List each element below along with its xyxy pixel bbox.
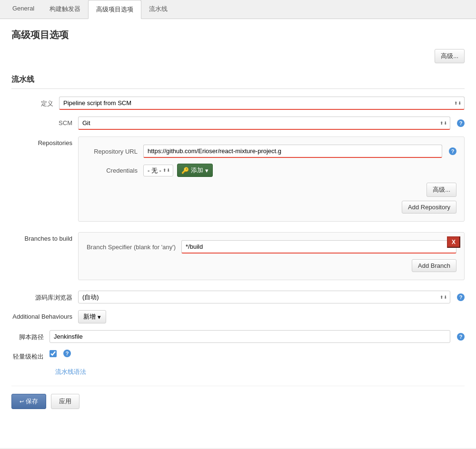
branches-area: X Branch Specifier (blank for 'any') Add… <box>78 232 465 284</box>
source-browser-help-icon[interactable]: ? <box>457 293 465 301</box>
main-content: 高级项目选项 高级... 流水线 定义 Pipeline script from… <box>0 19 476 448</box>
save-icon: ↩ <box>20 399 24 405</box>
pipeline-syntax-row: 流水线语法 <box>55 368 465 376</box>
additional-behaviours-row: Additional Behaviours 新增 ▾ <box>11 310 465 323</box>
repo-url-area: ? <box>143 145 456 158</box>
repo-advanced-button[interactable]: 高级... <box>426 183 456 197</box>
credentials-controls: - 无 - 🔑 添加 ▾ <box>143 164 456 177</box>
branch-specifier-area <box>181 240 456 254</box>
pipeline-syntax-link[interactable]: 流水线语法 <box>55 368 86 375</box>
branch-specifier-input[interactable] <box>181 240 456 254</box>
tab-general[interactable]: General <box>5 0 42 19</box>
scm-label: SCM <box>11 117 78 127</box>
dropdown-arrow-icon: ▾ <box>205 167 208 174</box>
save-button[interactable]: ↩ 保存 <box>11 394 46 409</box>
advanced-btn-row: 高级... <box>11 49 465 63</box>
add-branch-button[interactable]: Add Branch <box>412 259 456 272</box>
add-behaviour-button[interactable]: 新增 ▾ <box>78 310 106 323</box>
branches-row: Branches to build X Branch Specifier (bl… <box>11 232 465 284</box>
lightweight-row: 轻量级检出 ? <box>11 350 465 361</box>
source-browser-label: 源码库浏览器 <box>11 291 78 302</box>
source-browser-select[interactable]: (自动) <box>78 291 450 303</box>
definition-select[interactable]: Pipeline script from SCM Pipeline script <box>59 97 465 110</box>
add-branch-row: Add Branch <box>86 259 456 272</box>
repo-url-row: Repository URL ? <box>86 145 456 158</box>
source-browser-row: 源码库浏览器 (自动) ? <box>11 291 465 303</box>
repo-url-input[interactable] <box>143 145 442 158</box>
branches-label: Branches to build <box>11 232 78 242</box>
definition-row: 定义 Pipeline script from SCM Pipeline scr… <box>11 97 465 110</box>
apply-button[interactable]: 应用 <box>51 394 79 409</box>
branch-specifier-label: Branch Specifier (blank for 'any') <box>86 244 181 251</box>
script-path-row: 脚本路径 ? <box>11 330 465 343</box>
script-path-label: 脚本路径 <box>11 330 50 342</box>
add-repository-button[interactable]: Add Repository <box>402 201 456 214</box>
lightweight-area: ? <box>50 350 465 357</box>
scm-row: SCM Git None ? <box>11 117 465 130</box>
add-credential-button[interactable]: 🔑 添加 ▾ <box>177 164 213 177</box>
additional-behaviours-area: 新增 ▾ <box>78 310 465 323</box>
tab-pipeline[interactable]: 流水线 <box>141 0 175 19</box>
tab-advanced[interactable]: 高级项目选项 <box>88 0 141 19</box>
source-browser-area: (自动) ? <box>78 291 465 303</box>
page-title: 高级项目选项 <box>11 29 465 41</box>
branch-specifier-row: Branch Specifier (blank for 'any') <box>86 240 456 254</box>
remove-branch-button[interactable]: X <box>447 236 460 248</box>
script-path-area: ? <box>50 330 465 343</box>
repositories-area: Repository URL ? Credentials - 无 - <box>78 137 465 225</box>
credentials-select-wrapper: - 无 - <box>143 165 173 176</box>
scm-select[interactable]: Git None <box>78 117 450 130</box>
repositories-row: Repositories Repository URL ? Credential… <box>11 137 465 225</box>
add-behaviour-arrow-icon: ▾ <box>98 313 101 321</box>
additional-behaviours-label: Additional Behaviours <box>11 310 78 320</box>
bottom-bar: ↩ 保存 应用 <box>11 386 465 409</box>
repo-actions: 高级... <box>86 183 456 197</box>
credentials-row: Credentials - 无 - 🔑 添加 ▾ <box>86 164 456 177</box>
script-path-input[interactable] <box>50 330 450 343</box>
tab-bar: General 构建触发器 高级项目选项 流水线 <box>0 0 476 19</box>
branches-box: X Branch Specifier (blank for 'any') Add… <box>78 232 465 280</box>
repositories-label: Repositories <box>11 137 78 146</box>
key-icon: 🔑 <box>181 167 189 174</box>
repo-url-help-icon[interactable]: ? <box>449 147 456 155</box>
script-path-help-icon[interactable]: ? <box>457 333 465 341</box>
lightweight-label: 轻量级检出 <box>11 350 50 361</box>
repo-url-label: Repository URL <box>86 148 143 155</box>
advanced-button[interactable]: 高级... <box>435 49 465 63</box>
credentials-label: Credentials <box>86 167 143 174</box>
credentials-select[interactable]: - 无 - <box>143 165 173 176</box>
definition-label: 定义 <box>11 97 59 108</box>
repositories-box: Repository URL ? Credentials - 无 - <box>78 137 465 222</box>
add-repository-row: Add Repository <box>86 201 456 214</box>
tab-triggers[interactable]: 构建触发器 <box>42 0 88 19</box>
branch-x-btn-area: X <box>447 236 460 248</box>
scm-help-icon[interactable]: ? <box>457 119 465 127</box>
lightweight-checkbox[interactable] <box>50 350 57 357</box>
definition-select-wrapper: Pipeline script from SCM Pipeline script <box>59 97 465 110</box>
scm-control-area: Git None ? <box>78 117 465 130</box>
lightweight-help-icon[interactable]: ? <box>63 350 71 357</box>
pipeline-section-title: 流水线 <box>11 75 465 89</box>
